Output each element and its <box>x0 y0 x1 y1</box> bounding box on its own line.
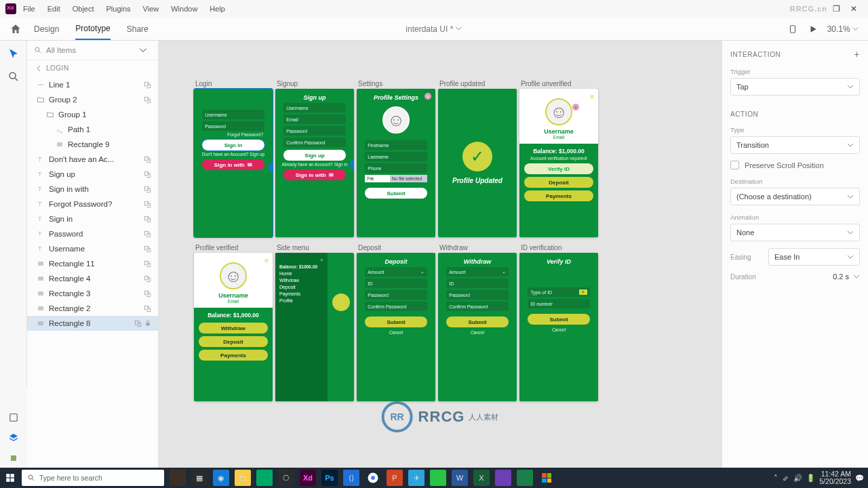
select-tool-icon[interactable] <box>7 47 20 60</box>
artboard[interactable]: ≡☺×UsernameEmailBalance: $1,000.00Accoun… <box>519 89 598 237</box>
layer-row[interactable]: Rectangle 2 <box>27 301 158 316</box>
home-icon[interactable] <box>9 23 22 35</box>
menu-help[interactable]: Help <box>210 5 225 13</box>
artboard[interactable]: Sign upUsernameEmailPasswordConfirm Pass… <box>275 89 354 237</box>
play-icon[interactable] <box>808 24 818 34</box>
layer-row[interactable]: Rectangle 11 <box>27 256 158 271</box>
menu-edit[interactable]: Edit <box>47 5 60 13</box>
taskbar-ps[interactable]: Ps <box>321 470 338 486</box>
volume-icon[interactable]: 🔊 <box>793 474 802 483</box>
animation-select[interactable]: None <box>730 224 860 241</box>
taskbar-app-4[interactable]: ⎔ <box>278 470 294 486</box>
menu-plugins[interactable]: Plugins <box>106 5 131 13</box>
tab-design[interactable]: Design <box>34 19 59 39</box>
taskbar-excel[interactable]: X <box>473 470 490 486</box>
artboard[interactable]: ×Balance: $1000.00HomeWithdrawDepositPay… <box>275 253 354 401</box>
layer-row[interactable]: Rectangle 8 <box>27 316 158 331</box>
artboard[interactable]: Verify IDType of ID▾ID numberSubmitCance… <box>519 253 598 401</box>
taskbar-word[interactable]: W <box>452 470 468 486</box>
taskbar-app-3[interactable] <box>256 470 273 486</box>
layer-row[interactable]: Path 1 <box>27 122 158 137</box>
layers-back[interactable]: LOGIN <box>27 60 158 76</box>
chevron-down-icon[interactable] <box>853 273 860 280</box>
canvas[interactable]: RR LoginUsernamePasswordForgot Password?… <box>159 41 722 468</box>
chevron-down-icon[interactable] <box>139 46 147 54</box>
layer-row[interactable]: Rectangle 3 <box>27 286 158 301</box>
tray-chevron-icon[interactable]: ˄ <box>774 474 778 482</box>
duration-value[interactable]: 0.2 s <box>768 272 853 281</box>
artboard-label[interactable]: Settings <box>358 80 435 87</box>
taskbar-explorer[interactable]: 🗀 <box>235 470 251 486</box>
artboard-label[interactable]: Login <box>195 80 273 87</box>
trigger-select[interactable]: Tap <box>730 78 860 96</box>
menu-object[interactable]: Object <box>73 5 94 13</box>
artboard[interactable]: Profile Settings☺×FirstnameLastnamePhone… <box>357 89 435 237</box>
libraries-icon[interactable] <box>8 412 19 423</box>
tab-prototype[interactable]: Prototype <box>75 18 110 40</box>
taskbar-clock[interactable]: 11:42 AM5/20/2023 <box>819 470 851 485</box>
layer-row[interactable]: Rectangle 4 <box>27 271 158 286</box>
preserve-scroll-checkbox[interactable]: Preserve Scroll Position <box>730 161 860 169</box>
taskbar-search[interactable]: Type here to search <box>22 470 164 486</box>
layers-icon[interactable] <box>8 432 19 443</box>
layer-row[interactable]: TPassword <box>27 226 158 241</box>
plugins-icon[interactable] <box>8 453 19 464</box>
layer-row[interactable]: Rectangle 9 <box>27 137 158 152</box>
add-interaction-icon[interactable]: + <box>854 49 860 60</box>
taskbar-telegram[interactable]: ✈ <box>408 470 425 486</box>
type-select[interactable]: Transition <box>730 136 860 154</box>
layer-row[interactable]: Line 1 <box>27 77 158 92</box>
taskbar-app-1[interactable] <box>170 470 186 486</box>
artboard[interactable]: UsernamePasswordForgot Password?Sign inD… <box>194 89 273 237</box>
artboard[interactable]: ≡☺UsernameEmailBalance: $1,000.00Withdra… <box>194 253 273 401</box>
menu-file[interactable]: File <box>23 5 35 13</box>
artboard[interactable]: DepositAmount⌄IDPasswordConfirm Password… <box>357 253 435 401</box>
tab-share[interactable]: Share <box>127 19 149 39</box>
layer-row[interactable]: TSign up <box>27 167 158 182</box>
taskbar-app-8[interactable] <box>538 470 555 486</box>
svg-rect-32 <box>11 455 16 461</box>
artboard-label[interactable]: Profile unverified <box>521 80 598 87</box>
system-tray[interactable]: ˄ 🜸 🔊 🔋 11:42 AM5/20/2023 💬 <box>774 470 864 485</box>
layer-row[interactable]: Group 2 <box>27 92 158 107</box>
destination-select[interactable]: (Choose a destination) <box>730 188 860 205</box>
artboard-label[interactable]: Deposit <box>358 244 435 251</box>
easing-select[interactable]: Ease In <box>768 248 860 266</box>
battery-icon[interactable]: 🔋 <box>806 474 815 483</box>
zoom-level[interactable]: 30.1% <box>827 24 859 34</box>
artboard-label[interactable]: Profile verified <box>195 244 273 251</box>
artboard-label[interactable]: Withdraw <box>439 244 517 251</box>
menu-view[interactable]: View <box>143 5 159 13</box>
taskbar-xd[interactable]: Xd <box>300 470 316 486</box>
layer-row[interactable]: TUsername <box>27 241 158 256</box>
zoom-tool-icon[interactable] <box>7 70 20 83</box>
layer-row[interactable]: TSign in <box>27 211 158 226</box>
layer-row[interactable]: TSign in with <box>27 182 158 197</box>
layer-row[interactable]: Group 1 <box>27 107 158 122</box>
wifi-icon[interactable]: 🜸 <box>782 474 789 482</box>
artboard-label[interactable]: Profile updated <box>439 80 517 87</box>
artboard[interactable]: ✓Profile Updated <box>438 89 517 237</box>
taskbar-app-2[interactable]: ▦ <box>191 470 208 486</box>
artboard-label[interactable]: Signup <box>277 80 354 87</box>
taskbar-app-7[interactable] <box>517 470 533 486</box>
device-icon[interactable] <box>788 24 797 34</box>
taskbar-vscode[interactable]: ⟨⟩ <box>343 470 359 486</box>
taskbar-edge[interactable]: ◉ <box>213 470 229 486</box>
start-icon[interactable] <box>4 473 16 483</box>
menu-window[interactable]: Window <box>171 5 197 13</box>
close-icon[interactable]: ✕ <box>845 4 863 14</box>
layer-row[interactable]: TForgot Password? <box>27 197 158 211</box>
artboard[interactable]: WithdrawAmount⌄IDPasswordConfirm Passwor… <box>438 253 517 401</box>
taskbar-powerpoint[interactable]: P <box>387 470 403 486</box>
layer-row[interactable]: TDon't have an Ac... <box>27 152 158 167</box>
taskbar-chrome[interactable] <box>365 470 381 486</box>
layers-search[interactable]: All Items <box>27 41 158 60</box>
taskbar-app-5[interactable] <box>430 470 446 486</box>
restore-icon[interactable]: ❐ <box>827 4 845 14</box>
notification-icon[interactable]: 💬 <box>855 474 864 483</box>
artboard-label[interactable]: ID verification <box>521 244 598 251</box>
artboard-label[interactable]: Side menu <box>277 244 354 251</box>
document-title[interactable]: interdata UI * <box>406 24 462 34</box>
taskbar-app-6[interactable] <box>495 470 511 486</box>
